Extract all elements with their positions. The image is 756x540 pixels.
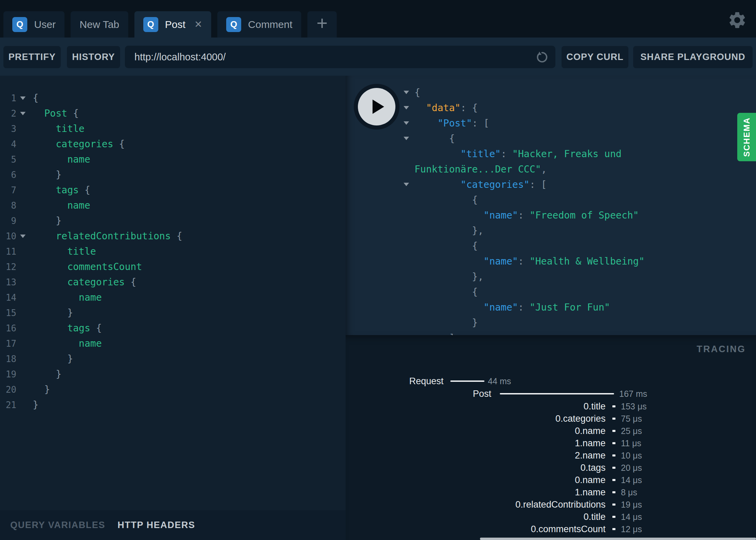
line-number: 9 <box>0 216 16 226</box>
refresh-schema-icon[interactable] <box>535 50 549 64</box>
tracing-row: 1.name8 μs <box>346 486 756 498</box>
tab-new-tab[interactable]: New Tab <box>71 11 128 38</box>
fold-arrow-icon[interactable] <box>20 112 26 115</box>
query-line-code: } <box>27 399 39 410</box>
line-number: 17 <box>0 339 16 349</box>
tracing-row: 0.categories75 μs <box>346 412 756 425</box>
fold-arrow-icon[interactable] <box>20 96 26 100</box>
http-headers-tab[interactable]: HTTP HEADERS <box>118 520 195 530</box>
line-number: 21 <box>0 400 16 410</box>
line-number: 11 <box>0 246 16 257</box>
query-line-code: tags { <box>27 322 102 334</box>
query-line: 12 commentsCount <box>0 259 346 274</box>
tracing-duration-bar <box>450 380 484 382</box>
copy-curl-button[interactable]: COPY CURL <box>562 46 628 68</box>
query-line: 16 tags { <box>0 320 346 336</box>
query-line: 5 name <box>0 152 346 167</box>
tracing-row-label: 2.name <box>575 449 606 462</box>
response-line-code: { <box>415 85 420 100</box>
fold-arrow-icon[interactable] <box>404 91 409 94</box>
response-line: ] <box>346 330 756 335</box>
query-line: 19 } <box>0 366 346 382</box>
tracing-row-label: 1.name <box>575 437 606 449</box>
toolbar: PRETTIFY HISTORY http://localhost:4000/ … <box>0 38 756 76</box>
query-line: 6 } <box>0 167 346 182</box>
tracing-row-label: 0.title <box>583 511 606 523</box>
query-line: 11 title <box>0 244 346 259</box>
tracing-row: 0.title153 μs <box>346 400 756 412</box>
line-number: 20 <box>0 385 16 395</box>
tracing-row-time: 10 μs <box>621 449 642 462</box>
line-number: 14 <box>0 292 16 303</box>
horizontal-scrollbar[interactable] <box>480 538 756 540</box>
tracing-row-label: 0.commentsCount <box>531 523 606 535</box>
tab-user[interactable]: QUser <box>3 11 64 38</box>
tab-comment[interactable]: QComment <box>217 11 301 38</box>
tracing-row-label: 0.title <box>583 400 606 412</box>
response-line: { <box>346 192 756 208</box>
new-tab-button[interactable]: + <box>307 11 337 38</box>
tab-post[interactable]: QPost✕ <box>134 11 212 38</box>
close-tab-icon[interactable]: ✕ <box>194 20 202 29</box>
tracing-duration-dash <box>612 504 615 506</box>
query-line: 21} <box>0 397 346 412</box>
tracing-row-label: 0.name <box>575 425 606 437</box>
tab-label: New Tab <box>79 19 119 30</box>
query-line: 13 categories { <box>0 274 346 290</box>
prettify-button[interactable]: PRETTIFY <box>3 46 61 68</box>
tab-strip: QUserNew TabQPost✕QComment+ <box>3 0 337 38</box>
response-line-code: ] <box>415 330 455 335</box>
tracing-row-time: 11 μs <box>621 437 641 449</box>
tracing-duration-dash <box>612 454 615 456</box>
response-line: Funktionäre...Der CCC", <box>346 162 756 177</box>
tracing-row-time: 8 μs <box>621 486 637 498</box>
tracing-duration-dash <box>612 430 615 432</box>
tracing-row-label: 0.relatedContributions <box>515 498 606 511</box>
tracing-row-label: Post <box>473 388 491 400</box>
tracing-row: 1.name11 μs <box>346 437 756 449</box>
fold-arrow-icon[interactable] <box>404 106 409 109</box>
line-number: 5 <box>0 154 16 165</box>
settings-gear-icon[interactable] <box>727 10 747 30</box>
line-number: 6 <box>0 170 16 180</box>
query-line-code: name <box>27 338 102 349</box>
tracing-row-time: 20 μs <box>621 462 642 474</box>
tracing-duration-dash <box>612 442 615 444</box>
response-line-code: Funktionäre...Der CCC", <box>415 162 547 177</box>
fold-arrow-slot <box>18 96 27 100</box>
history-button[interactable]: HISTORY <box>67 46 120 68</box>
fold-arrow-icon[interactable] <box>404 183 409 186</box>
tracing-row-time: 14 μs <box>621 474 642 486</box>
response-line: "data": { <box>346 100 756 116</box>
query-editor[interactable]: 1{2 Post {3 title4 categories {5 name6 }… <box>0 76 346 510</box>
tracing-row: Request44 ms <box>346 375 756 387</box>
response-line-code: { <box>415 192 478 208</box>
execute-button[interactable] <box>354 84 399 130</box>
line-number: 12 <box>0 262 16 272</box>
response-line: "name": "Just For Fun" <box>346 300 756 315</box>
fold-arrow-icon[interactable] <box>404 137 409 140</box>
query-line-code: } <box>27 307 73 318</box>
tracing-duration-dash <box>612 516 615 518</box>
line-number: 8 <box>0 200 16 211</box>
fold-arrow-icon[interactable] <box>20 235 26 238</box>
response-line-code: "Post": [ <box>415 116 489 131</box>
schema-tab[interactable]: SCHEMA <box>737 113 756 161</box>
query-badge: Q <box>226 17 241 32</box>
query-line: 10 relatedContributions { <box>0 228 346 244</box>
response-line-code: { <box>415 284 478 300</box>
fold-arrow-icon[interactable] <box>404 121 409 125</box>
endpoint-url-input[interactable]: http://localhost:4000/ <box>125 46 555 68</box>
graphql-playground-window: QUserNew TabQPost✕QComment+ PRETTIFY HIS… <box>0 0 756 540</box>
tracing-row: 0.title14 μs <box>346 511 756 523</box>
response-line-code: }, <box>415 223 483 238</box>
query-variables-tab[interactable]: QUERY VARIABLES <box>10 520 105 530</box>
tracing-duration-bar <box>500 393 614 394</box>
query-line-code: categories { <box>27 138 125 150</box>
share-playground-button[interactable]: SHARE PLAYGROUND <box>633 46 753 68</box>
tracing-row: 0.relatedContributions19 μs <box>346 498 756 511</box>
tab-label: User <box>34 19 56 30</box>
play-icon <box>358 88 395 125</box>
query-line-code: } <box>27 215 61 226</box>
query-line: 8 name <box>0 198 346 213</box>
